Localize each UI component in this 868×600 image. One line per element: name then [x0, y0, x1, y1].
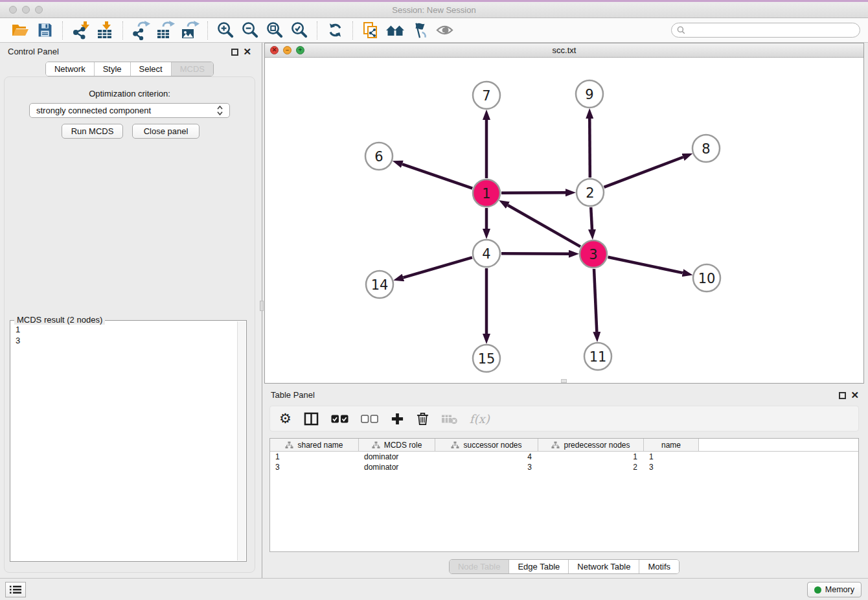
- split-panel-button[interactable]: [304, 412, 319, 426]
- graph-edge-2-3[interactable]: [591, 207, 592, 229]
- graph-node-label: 1: [482, 186, 490, 202]
- network-window-title: scc.txt: [265, 45, 863, 55]
- function-builder-button: f(x): [470, 412, 490, 426]
- select-all-checkboxes-button[interactable]: [331, 415, 348, 423]
- toolbar-separator: [122, 21, 123, 40]
- zoom-selected-icon: [290, 21, 309, 40]
- delete-row-button[interactable]: [417, 411, 429, 426]
- network-scrollbar-handle[interactable]: [561, 379, 567, 383]
- zoom-in-icon: [216, 21, 235, 40]
- graph-node-4[interactable]: 4: [473, 240, 500, 267]
- houses-button[interactable]: [383, 20, 407, 41]
- network-canvas[interactable]: 7968124314101511: [265, 58, 863, 383]
- zoom-out-button[interactable]: [238, 20, 262, 41]
- tab-select[interactable]: Select: [131, 62, 172, 76]
- optimization-select[interactable]: strongly connected component: [29, 103, 230, 118]
- refresh-button[interactable]: [323, 20, 347, 41]
- close-panel-button[interactable]: Close panel: [132, 124, 200, 139]
- tab-edge-table[interactable]: Edge Table: [509, 560, 569, 573]
- graph-node-9[interactable]: 9: [576, 80, 603, 108]
- graph-edge-4-3[interactable]: [501, 253, 569, 254]
- vertical-splitter-handle[interactable]: [260, 301, 264, 311]
- graph-edge-2-9[interactable]: [589, 119, 590, 178]
- column-header-successor-nodes[interactable]: successor nodes: [435, 439, 538, 451]
- delete-row-icon: [417, 411, 429, 426]
- optimization-select-value: strongly connected component: [36, 106, 151, 115]
- graph-edge-2-8[interactable]: [604, 157, 683, 187]
- graph-edge-3-10[interactable]: [608, 257, 683, 273]
- add-row-icon: [391, 412, 404, 426]
- table-row[interactable]: 1dominator411: [270, 452, 858, 462]
- graph-edge-1-2[interactable]: [501, 192, 565, 193]
- control-panel-float-icon[interactable]: [231, 49, 238, 56]
- tab-style[interactable]: Style: [95, 62, 131, 76]
- table-panel-float-icon[interactable]: [839, 392, 846, 399]
- column-header-mcds-role[interactable]: MCDS role: [359, 439, 435, 451]
- import-table-button[interactable]: [93, 20, 117, 41]
- column-label: MCDS role: [384, 441, 422, 450]
- table-panel-close-icon[interactable]: ✕: [851, 389, 859, 401]
- vertical-splitter[interactable]: [259, 43, 264, 578]
- zoom-fit-button[interactable]: [262, 20, 287, 41]
- graph-node-11[interactable]: 11: [584, 343, 611, 370]
- mcds-result-scrollbar[interactable]: [237, 321, 246, 560]
- search-box[interactable]: [671, 23, 860, 38]
- table-header-row: shared nameMCDS rolesuccessor nodesprede…: [270, 439, 858, 452]
- zoom-selected-button[interactable]: [287, 20, 312, 41]
- mcds-result-box: MCDS result (2 nodes) 13: [10, 320, 247, 562]
- eye-button[interactable]: [432, 20, 457, 41]
- export-image-button[interactable]: [177, 20, 202, 41]
- mcds-result-list[interactable]: 13: [11, 321, 236, 560]
- save-button[interactable]: [32, 20, 57, 41]
- tab-mcds[interactable]: MCDS: [172, 62, 213, 76]
- tab-node-table[interactable]: Node Table: [450, 560, 510, 573]
- export-table-button[interactable]: [153, 20, 177, 41]
- graph-edge-1-6[interactable]: [402, 164, 472, 188]
- control-panel-header: Control Panel ✕: [0, 44, 259, 60]
- network-graph[interactable]: 7968124314101511: [265, 58, 863, 383]
- zoom-in-button[interactable]: [213, 20, 238, 41]
- graph-node-3[interactable]: 3: [580, 240, 607, 268]
- cell: 2: [538, 463, 644, 472]
- function-builder-icon: f(x): [470, 412, 490, 426]
- column-header-predecessor-nodes[interactable]: predecessor nodes: [538, 439, 644, 451]
- export-network-button[interactable]: [128, 20, 153, 41]
- style-brush-button[interactable]: [407, 20, 432, 41]
- column-header-name[interactable]: name: [644, 439, 699, 451]
- deselect-all-checkboxes-button[interactable]: [361, 415, 378, 423]
- graph-node-10[interactable]: 10: [693, 264, 720, 292]
- column-tree-icon: [451, 441, 459, 449]
- memory-button[interactable]: Memory: [807, 582, 862, 597]
- graph-edge-3-11[interactable]: [594, 269, 597, 332]
- search-input[interactable]: [689, 26, 854, 35]
- settings-button[interactable]: ⚙: [279, 412, 291, 426]
- open-folder-button[interactable]: [8, 20, 32, 41]
- graph-node-6[interactable]: 6: [365, 143, 393, 170]
- control-panel-close-icon[interactable]: ✕: [243, 46, 251, 58]
- graph-node-7[interactable]: 7: [473, 82, 500, 109]
- clone-network-button[interactable]: [358, 20, 383, 41]
- graph-node-14[interactable]: 14: [366, 271, 393, 298]
- tab-motifs[interactable]: Motifs: [639, 560, 679, 573]
- table-row[interactable]: 3dominator323: [270, 462, 858, 472]
- table-panel: Table Panel ✕ ⚙f(x) shared nameMCDS role…: [264, 386, 864, 578]
- graph-node-1[interactable]: 1: [473, 179, 500, 207]
- graph-edge-4-14[interactable]: [403, 257, 472, 277]
- add-row-button[interactable]: [391, 412, 404, 426]
- graph-node-2[interactable]: 2: [577, 179, 604, 206]
- tab-network[interactable]: Network: [46, 62, 95, 76]
- graph-node-label: 8: [702, 141, 710, 157]
- houses-icon: [385, 21, 405, 40]
- show-panels-button[interactable]: [5, 582, 26, 597]
- column-header-shared-name[interactable]: shared name: [270, 439, 359, 451]
- graph-node-label: 4: [482, 246, 490, 262]
- graph-node-8[interactable]: 8: [692, 135, 720, 162]
- import-table-icon: [95, 21, 115, 40]
- import-network-button[interactable]: [68, 20, 93, 41]
- run-mcds-button[interactable]: Run MCDS: [62, 124, 123, 139]
- graph-edge-3-1[interactable]: [508, 205, 580, 247]
- network-window-titlebar[interactable]: ✕ – + scc.txt: [265, 43, 863, 58]
- graph-node-label: 7: [482, 88, 490, 104]
- graph-node-15[interactable]: 15: [473, 345, 500, 372]
- tab-network-table[interactable]: Network Table: [569, 560, 639, 573]
